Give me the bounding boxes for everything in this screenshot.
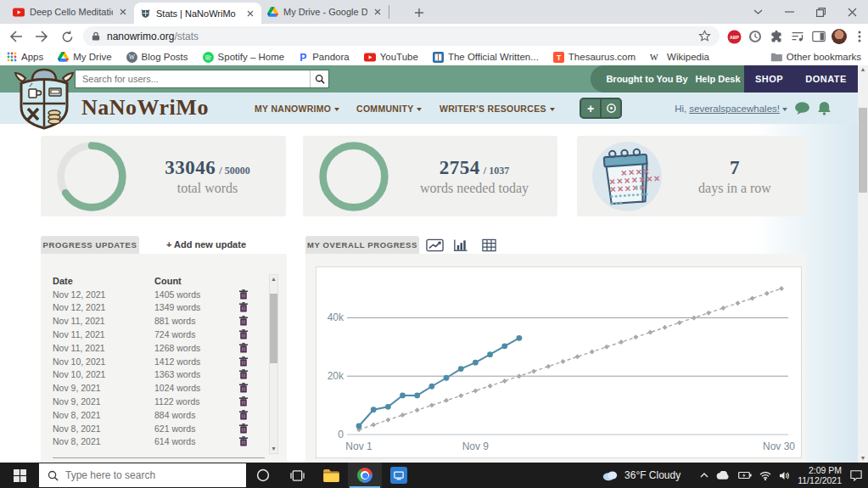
nav-my-nanowrimo[interactable]: MY NANOWRIMO (255, 104, 339, 114)
brought-to-you-by-link[interactable]: Brought to You By (606, 74, 687, 84)
extensions-puzzle-icon[interactable] (768, 28, 785, 45)
media-controls-icon[interactable] (789, 28, 806, 45)
user-search-button[interactable] (310, 70, 328, 87)
delete-update-button[interactable] (234, 436, 253, 446)
help-desk-link[interactable]: Help Desk (695, 74, 740, 84)
delete-update-button[interactable] (234, 383, 253, 393)
add-words-button[interactable]: + (581, 99, 602, 117)
site-brand[interactable]: NaNoWriMo (81, 95, 209, 121)
username-link[interactable]: severalspacewhales! (689, 104, 780, 114)
messages-icon[interactable] (794, 101, 810, 115)
task-view-button[interactable] (280, 463, 314, 488)
browser-tab-3[interactable]: My Drive - Google Drive (261, 0, 389, 24)
overall-progress-tab[interactable]: MY OVERALL PROGRESS (305, 236, 419, 254)
blue-app-button[interactable] (382, 463, 416, 488)
tab-close-icon[interactable] (245, 8, 255, 19)
nav-community[interactable]: COMMUNITY (356, 104, 422, 114)
window-close-button[interactable] (837, 0, 868, 24)
reload-button[interactable] (58, 27, 76, 46)
timer-button[interactable] (602, 99, 620, 117)
delete-update-button[interactable] (234, 423, 253, 434)
taskbar-search-input[interactable] (65, 469, 238, 481)
browser-toolbar: nanowrimo.org/stats ABP (0, 24, 868, 48)
scroll-up-icon[interactable]: ▲ (860, 65, 866, 74)
bookmark-pandora[interactable]: PPandora (299, 52, 349, 63)
bookmark-spotify-home[interactable]: Spotify – Home (203, 52, 285, 63)
bar-chart-icon[interactable] (451, 238, 469, 253)
delete-update-button[interactable] (234, 396, 253, 407)
user-greeting[interactable]: Hi, severalspacewhales! (653, 104, 787, 114)
delete-update-button[interactable] (234, 302, 253, 312)
scroll-down-icon[interactable]: ▼ (860, 454, 866, 463)
table-view-icon[interactable] (480, 238, 498, 253)
forward-button[interactable] (32, 27, 51, 46)
scrollbar-thumb[interactable] (859, 108, 867, 193)
window-minimize-button[interactable] (774, 0, 805, 24)
side-panel-icon[interactable] (810, 28, 827, 45)
other-bookmarks-button[interactable]: Other bookmarks (770, 52, 861, 62)
taskbar-weather[interactable]: 36°F Cloudy (602, 469, 680, 481)
battery-icon[interactable] (738, 471, 752, 480)
delete-update-button[interactable] (234, 410, 253, 420)
nanowrimo-logo[interactable] (14, 66, 75, 130)
bookmark-my-drive[interactable]: My Drive (58, 52, 111, 62)
bookmark-wikipedia[interactable]: WWikipedia (650, 52, 709, 63)
page-scrollbar[interactable]: ▲ ▼ (858, 65, 868, 463)
scroll-up-icon[interactable]: ▲ (271, 275, 277, 283)
taskbar-clock[interactable]: 2:09 PM 11/12/2021 (798, 465, 842, 485)
user-search-input[interactable] (76, 70, 310, 87)
word-count-buttons: + (580, 98, 622, 119)
action-center-icon[interactable] (849, 469, 863, 481)
taskbar-search[interactable] (39, 463, 246, 487)
shop-button[interactable]: SHOP (755, 74, 783, 84)
delete-update-button[interactable] (234, 343, 253, 353)
progress-updates-tab[interactable]: PROGRESS UPDATES (41, 236, 139, 254)
window-chevron-button[interactable] (742, 0, 774, 24)
tab-close-icon[interactable] (372, 7, 383, 17)
count-column-header: Count (154, 276, 234, 286)
wifi-icon[interactable] (759, 471, 771, 480)
start-button[interactable] (0, 463, 39, 488)
update-date: Nov 12, 2021 (53, 289, 154, 300)
add-new-update-link[interactable]: + Add new update (134, 236, 278, 254)
delete-update-button[interactable] (234, 369, 253, 379)
tab-close-icon[interactable] (118, 7, 128, 17)
browser-tab-1[interactable]: Deep Cello Meditation Music: Da (7, 0, 134, 24)
progress-updates-panel: PROGRESS UPDATES + Add new update Date C… (41, 236, 287, 463)
onedrive-icon[interactable] (716, 471, 731, 480)
profile-avatar[interactable] (831, 28, 848, 45)
nav-writers-resources[interactable]: WRITER'S RESOURCES (440, 104, 555, 114)
back-button[interactable] (7, 27, 25, 46)
chrome-taskbar-button[interactable] (348, 463, 382, 488)
browser-menu-icon[interactable] (851, 28, 868, 45)
volume-icon[interactable] (779, 471, 790, 480)
donate-button[interactable]: DONATE (805, 74, 847, 84)
scrollbar-thumb[interactable] (270, 294, 277, 363)
notifications-bell-icon[interactable] (817, 101, 832, 115)
tray-chevron-icon[interactable] (700, 473, 708, 478)
address-bar[interactable]: nanowrimo.org/stats (83, 26, 720, 46)
update-count: 1268 words (154, 343, 234, 353)
updates-scrollbar[interactable]: ▲ ▼ (269, 274, 278, 454)
delete-update-button[interactable] (234, 329, 253, 339)
clock-extension-icon[interactable] (747, 28, 764, 45)
bookmark-thesaurus-com[interactable]: TThesaurus.com (553, 52, 636, 63)
update-date: Nov 11, 2021 (53, 343, 154, 353)
delete-update-button[interactable] (234, 316, 253, 326)
bookmark-blog-posts[interactable]: WBlog Posts (126, 52, 188, 63)
file-explorer-button[interactable] (314, 463, 348, 488)
bookmark-youtube[interactable]: YouTube (364, 52, 418, 62)
line-chart-icon[interactable] (424, 238, 445, 253)
delete-update-button[interactable] (234, 356, 253, 367)
delete-update-button[interactable] (234, 289, 253, 300)
scroll-down-icon[interactable]: ▼ (271, 445, 277, 453)
bookmark-apps[interactable]: Apps (7, 52, 43, 62)
bookmark-star-icon[interactable] (698, 30, 711, 42)
browser-tab-2[interactable]: Stats | NaNoWriMo (134, 3, 261, 24)
adblock-extension-icon[interactable]: ABP (725, 28, 742, 45)
cortana-button[interactable] (246, 463, 280, 488)
new-tab-button[interactable] (411, 4, 428, 21)
bookmark-the-official-written[interactable]: The Official Written... (433, 52, 539, 63)
update-row: Nov 9, 20211122 words (53, 395, 253, 408)
window-restore-button[interactable] (805, 0, 837, 24)
